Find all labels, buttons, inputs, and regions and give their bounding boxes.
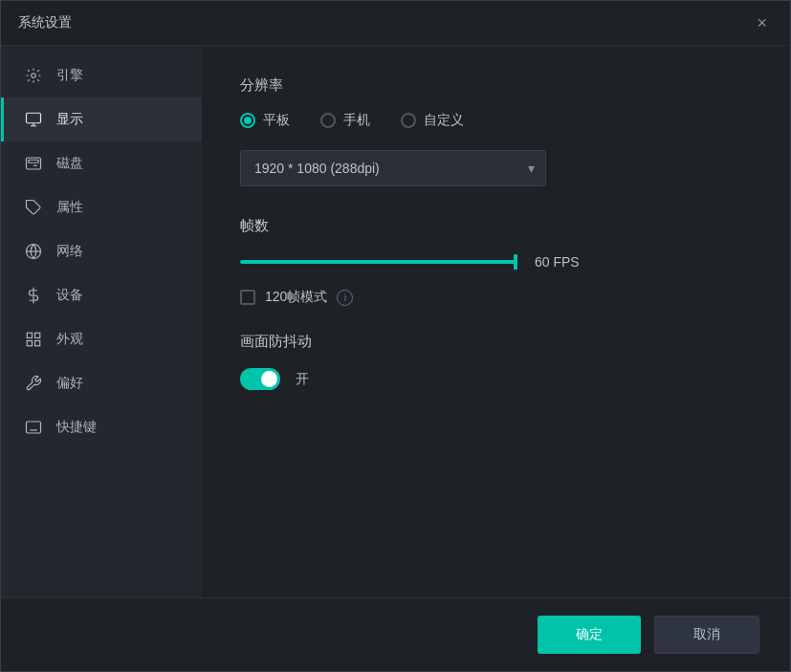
sidebar-label-devices: 设备: [56, 287, 83, 304]
sidebar-item-appearance[interactable]: 外观: [1, 317, 202, 361]
sidebar-item-display[interactable]: 显示: [1, 98, 202, 141]
fps-120-checkbox[interactable]: [240, 290, 255, 305]
cancel-button[interactable]: 取消: [654, 616, 759, 654]
main-panel: 分辨率 平板 手机 自定义: [202, 46, 790, 597]
fps-title: 帧数: [240, 217, 752, 235]
fps-120-label: 120帧模式: [265, 289, 327, 306]
radio-tablet[interactable]: 平板: [240, 112, 290, 129]
svg-point-0: [32, 74, 36, 78]
sidebar-label-disk: 磁盘: [56, 155, 83, 172]
stabilization-toggle[interactable]: [240, 368, 280, 390]
title-bar: 系统设置 ×: [1, 1, 790, 46]
sidebar-item-shortcuts[interactable]: 快捷键: [1, 405, 202, 449]
close-button[interactable]: ×: [751, 12, 773, 33]
fps-slider-wrapper: [240, 252, 517, 271]
sidebar-item-network[interactable]: 网络: [1, 229, 202, 273]
resolution-section: 分辨率 平板 手机 自定义: [240, 76, 752, 217]
fps-info-icon[interactable]: i: [337, 290, 353, 306]
radio-phone-outer: [320, 113, 336, 128]
sidebar-item-engine[interactable]: 引擎: [1, 54, 202, 98]
confirm-button[interactable]: 确定: [538, 616, 641, 654]
fps-track: [240, 260, 517, 264]
radio-custom-label: 自定义: [424, 112, 464, 129]
fps-value-label: 60 FPS: [535, 254, 580, 270]
fps-120-row: 120帧模式 i: [240, 289, 752, 306]
toggle-knob: [261, 371, 277, 387]
svg-rect-1: [27, 113, 41, 123]
resolution-radio-group: 平板 手机 自定义: [240, 112, 752, 129]
sidebar-item-disk[interactable]: 磁盘: [1, 141, 202, 185]
resolution-title: 分辨率: [240, 76, 752, 95]
sidebar-item-devices[interactable]: 设备: [1, 273, 202, 317]
resolution-dropdown-wrapper: 1920 * 1080 (288dpi) 1280 * 720 (240dpi)…: [240, 150, 546, 186]
sidebar-label-preferences: 偏好: [56, 375, 83, 392]
resolution-dropdown[interactable]: 1920 * 1080 (288dpi) 1280 * 720 (240dpi)…: [240, 150, 546, 186]
stabilization-row: 开: [240, 368, 752, 390]
radio-custom-outer: [401, 113, 416, 128]
radio-phone[interactable]: 手机: [320, 112, 370, 129]
fps-section: 帧数 60 FPS 120帧模式 i: [240, 217, 752, 333]
engine-icon: [24, 66, 43, 85]
radio-custom[interactable]: 自定义: [401, 112, 464, 129]
sidebar-label-engine: 引擎: [56, 67, 83, 84]
sidebar-item-properties[interactable]: 属性: [1, 185, 202, 229]
stabilization-section: 画面防抖动 开: [240, 333, 752, 390]
disk-icon: [24, 154, 43, 173]
radio-tablet-inner: [244, 117, 252, 124]
shortcuts-icon: [24, 418, 43, 437]
footer: 确定 取消: [1, 597, 790, 671]
properties-icon: [24, 198, 43, 217]
stabilization-title: 画面防抖动: [240, 333, 752, 351]
svg-rect-10: [27, 341, 32, 346]
svg-rect-9: [35, 333, 40, 337]
radio-tablet-outer: [240, 113, 255, 128]
sidebar-label-network: 网络: [56, 243, 83, 260]
fps-thumb: [514, 254, 517, 270]
svg-rect-12: [27, 422, 41, 433]
sidebar-label-shortcuts: 快捷键: [56, 419, 97, 436]
sidebar-label-properties: 属性: [56, 199, 83, 216]
svg-rect-8: [27, 333, 32, 337]
devices-icon: [24, 286, 43, 305]
content-area: 引擎 显示 磁盘 属性: [1, 46, 790, 597]
sidebar-label-display: 显示: [56, 111, 83, 128]
radio-phone-label: 手机: [343, 112, 370, 129]
svg-rect-11: [35, 341, 40, 346]
stabilization-toggle-label: 开: [296, 371, 309, 388]
display-icon: [24, 110, 43, 129]
settings-dialog: 系统设置 × 引擎 显示 磁盘: [0, 0, 791, 672]
fps-row: 60 FPS: [240, 252, 752, 271]
preferences-icon: [24, 374, 43, 393]
sidebar: 引擎 显示 磁盘 属性: [1, 46, 202, 597]
appearance-icon: [24, 330, 43, 349]
network-icon: [24, 242, 43, 261]
radio-tablet-label: 平板: [263, 112, 290, 129]
dialog-title: 系统设置: [18, 14, 72, 32]
sidebar-label-appearance: 外观: [56, 331, 83, 348]
svg-rect-3: [29, 160, 39, 163]
sidebar-item-preferences[interactable]: 偏好: [1, 361, 202, 405]
